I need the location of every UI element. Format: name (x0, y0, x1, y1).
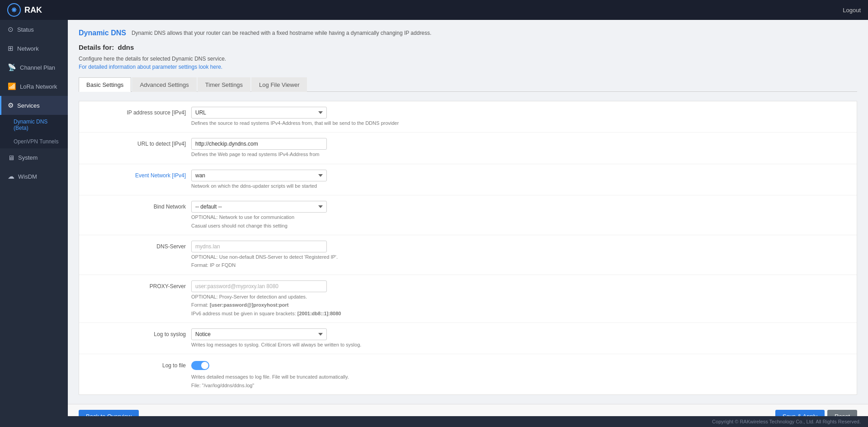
form-row-event-network: Event Network [IPv4] wan lan loopback Ne… (79, 164, 857, 195)
dns-label: DNS-Server (86, 241, 186, 250)
copyright-text: Copyright © RAKwireless Technology Co., … (712, 419, 861, 424)
sidebar-item-services[interactable]: ⚙ Services (0, 96, 68, 115)
sidebar-item-label: System (18, 154, 38, 161)
ip-source-select[interactable]: URL Network Script Interface (191, 107, 327, 119)
lora-icon: 📶 (8, 82, 16, 90)
ddns-title: Dynamic DNS (79, 29, 126, 37)
save-apply-button[interactable]: Save & Apply (775, 410, 825, 416)
dns-input[interactable] (191, 241, 327, 252)
tab-advanced-settings[interactable]: Advanced Settings (132, 77, 196, 92)
log-file-hint1: Writes detailed messages to log file. Fi… (191, 374, 444, 380)
tab-basic-settings[interactable]: Basic Settings (79, 77, 131, 92)
sidebar-item-network[interactable]: ⊞ Network (0, 39, 68, 58)
logo: ❋ RAK (7, 3, 42, 17)
form-row-bind-network: Bind Network -- default -- wan lan OPTIO… (79, 195, 857, 235)
proxy-hint1: OPTIONAL: Proxy-Server for detection and… (191, 294, 444, 300)
network-icon: ⊞ (8, 44, 14, 52)
url-label: URL to detect [IPv4] (86, 138, 186, 147)
channel-icon: 📡 (8, 63, 16, 71)
tab-log-file-viewer[interactable]: Log File Viewer (251, 77, 307, 92)
proxy-label: PROXY-Server (86, 280, 186, 289)
bind-network-group: -- default -- wan lan OPTIONAL: Network … (191, 201, 444, 229)
ddns-header: Dynamic DNS Dynamic DNS allows that your… (79, 29, 857, 37)
proxy-group: OPTIONAL: Proxy-Server for detection and… (191, 280, 444, 317)
config-link[interactable]: For detailed information about parameter… (79, 64, 857, 70)
wisdm-icon: ☁ (8, 172, 14, 180)
proxy-format-hint: Format: [user:password@]proxyhost:port (191, 302, 444, 308)
content-area: Dynamic DNS Dynamic DNS allows that your… (68, 20, 868, 416)
back-to-overview-button[interactable]: Back to Overview (79, 410, 139, 416)
sidebar-item-lora[interactable]: 📶 LoRa Network (0, 77, 68, 96)
config-info: Configure here the details for selected … (79, 56, 857, 62)
logo-icon: ❋ (7, 3, 21, 17)
sidebar-item-status[interactable]: ⊙ Status (0, 20, 68, 39)
status-icon: ⊙ (8, 25, 14, 33)
ip-source-hint: Defines the source to read systems IPv4-… (191, 120, 444, 127)
event-network-hint: Network on which the ddns-updater script… (191, 183, 444, 190)
sidebar: ⊙ Status ⊞ Network 📡 Channel Plan 📶 LoRa… (0, 20, 68, 416)
content-inner: Dynamic DNS Dynamic DNS allows that your… (68, 20, 868, 404)
logout-button[interactable]: Logout (843, 7, 861, 14)
services-icon: ⚙ (8, 101, 14, 109)
url-group: Defines the Web page to read systems IPv… (191, 138, 444, 158)
event-network-group: wan lan loopback Network on which the dd… (191, 170, 444, 190)
topbar: ❋ RAK Logout (0, 0, 868, 20)
sidebar-item-label: Services (17, 102, 40, 109)
sidebar-item-label: Network (17, 45, 39, 52)
system-icon: 🖥 (8, 154, 14, 161)
log-syslog-group: Notice Debug Info Warning Error Writes l… (191, 328, 444, 348)
log-syslog-hint: Writes log messages to syslog. Critical … (191, 342, 444, 348)
sidebar-item-wisdm[interactable]: ☁ WisDM (0, 167, 68, 186)
log-file-label: Log to file (86, 360, 186, 369)
sidebar-item-dynamic-dns[interactable]: Dynamic DNS (Beta) (0, 115, 68, 135)
event-network-label: Event Network [IPv4] (86, 170, 186, 179)
form-row-proxy: PROXY-Server OPTIONAL: Proxy-Server for … (79, 275, 857, 323)
sidebar-item-label: LoRa Network (20, 83, 57, 90)
logo-text: RAK (24, 5, 42, 15)
dns-group: OPTIONAL: Use non-default DNS-Server to … (191, 241, 444, 269)
bind-network-hint2: Casual users should not change this sett… (191, 223, 444, 229)
log-syslog-label: Log to syslog (86, 328, 186, 337)
log-file-toggle[interactable] (191, 361, 209, 370)
sidebar-item-channel-plan[interactable]: 📡 Channel Plan (0, 58, 68, 77)
form-row-url: URL to detect [IPv4] Defines the Web pag… (79, 133, 857, 164)
sidebar-submenu: Dynamic DNS (Beta) OpenVPN Tunnels (0, 115, 68, 148)
reset-button[interactable]: Reset (827, 410, 857, 416)
form-section: IP address source [IPv4] URL Network Scr… (79, 101, 857, 395)
tab-timer-settings[interactable]: Timer Settings (198, 77, 250, 92)
footer-bar: Back to Overview Save & Apply Reset (68, 404, 868, 416)
details-name: ddns (118, 43, 134, 51)
form-row-dns: DNS-Server OPTIONAL: Use non-default DNS… (79, 235, 857, 275)
bind-network-label: Bind Network (86, 201, 186, 210)
tabs-container: Basic Settings Advanced Settings Timer S… (79, 77, 857, 92)
proxy-ipv6-hint: IPv6 address must be given in square bra… (191, 310, 444, 317)
ip-source-group: URL Network Script Interface Defines the… (191, 107, 444, 127)
proxy-input[interactable] (191, 280, 327, 292)
form-row-ip-source: IP address source [IPv4] URL Network Scr… (79, 101, 857, 133)
sidebar-item-openvpn[interactable]: OpenVPN Tunnels (0, 135, 68, 148)
sidebar-item-label: Status (17, 26, 34, 33)
url-input[interactable] (191, 138, 327, 150)
footer-right-buttons: Save & Apply Reset (775, 410, 857, 416)
log-file-hint2: File: "/var/log/ddns/ddns.log" (191, 382, 444, 389)
event-network-select[interactable]: wan lan loopback (191, 170, 327, 181)
dns-hint2: Format: IP or FQDN (191, 262, 444, 269)
url-hint: Defines the Web page to read systems IPv… (191, 151, 444, 158)
main-layout: ⊙ Status ⊞ Network 📡 Channel Plan 📶 LoRa… (0, 20, 868, 416)
ip-source-label: IP address source [IPv4] (86, 107, 186, 116)
form-row-log-file: Log to file Writes detailed messages to … (79, 354, 857, 394)
bind-network-hint1: OPTIONAL: Network to use for communicati… (191, 214, 444, 221)
bind-network-select[interactable]: -- default -- wan lan (191, 201, 327, 213)
ddns-description: Dynamic DNS allows that your router can … (132, 30, 431, 36)
copyright-bar: Copyright © RAKwireless Technology Co., … (0, 416, 868, 427)
log-syslog-select[interactable]: Notice Debug Info Warning Error (191, 328, 327, 340)
log-file-toggle-wrap (191, 360, 444, 370)
dns-hint1: OPTIONAL: Use non-default DNS-Server to … (191, 254, 444, 261)
sidebar-item-system[interactable]: 🖥 System (0, 148, 68, 167)
form-row-log-syslog: Log to syslog Notice Debug Info Warning … (79, 323, 857, 354)
sidebar-item-label: WisDM (18, 173, 37, 180)
log-file-group: Writes detailed messages to log file. Fi… (191, 360, 444, 389)
sidebar-item-label: Channel Plan (20, 64, 55, 71)
details-for: Details for: ddns (79, 43, 857, 51)
